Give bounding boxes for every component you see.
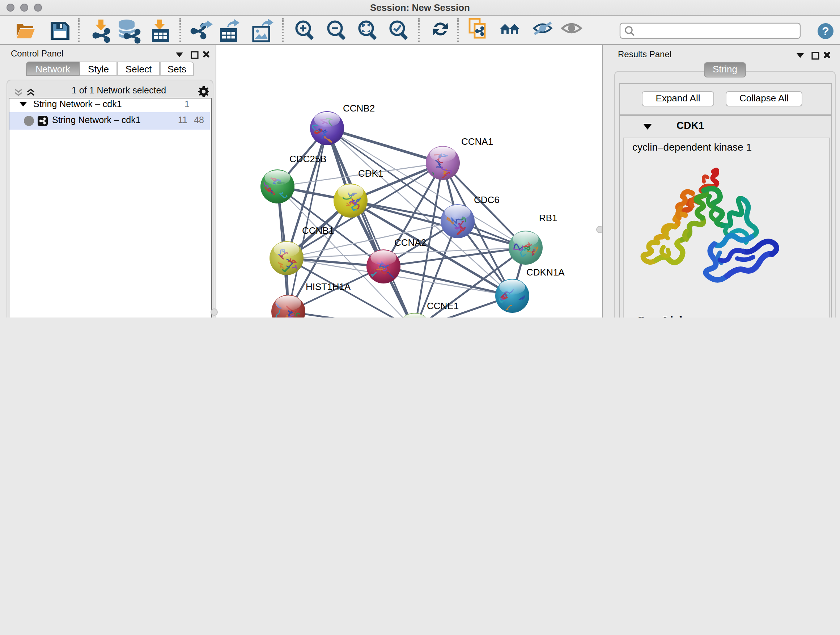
svg-text:?: ? xyxy=(822,25,829,38)
svg-text:CCNA1: CCNA1 xyxy=(461,136,493,147)
svg-text:RB1: RB1 xyxy=(539,212,557,223)
svg-text:CCNE1: CCNE1 xyxy=(427,301,459,311)
svg-text:CCNB1: CCNB1 xyxy=(302,225,334,236)
svg-text:CCNA2: CCNA2 xyxy=(394,237,426,248)
svg-text:CCNB2: CCNB2 xyxy=(343,103,375,114)
svg-text:CDC25B: CDC25B xyxy=(289,154,327,165)
svg-text:HIST1H1A: HIST1H1A xyxy=(306,281,351,292)
svg-text:CDC6: CDC6 xyxy=(474,195,500,205)
svg-text:CDKN1A: CDKN1A xyxy=(526,267,565,278)
svg-text:CDK1: CDK1 xyxy=(358,168,383,179)
